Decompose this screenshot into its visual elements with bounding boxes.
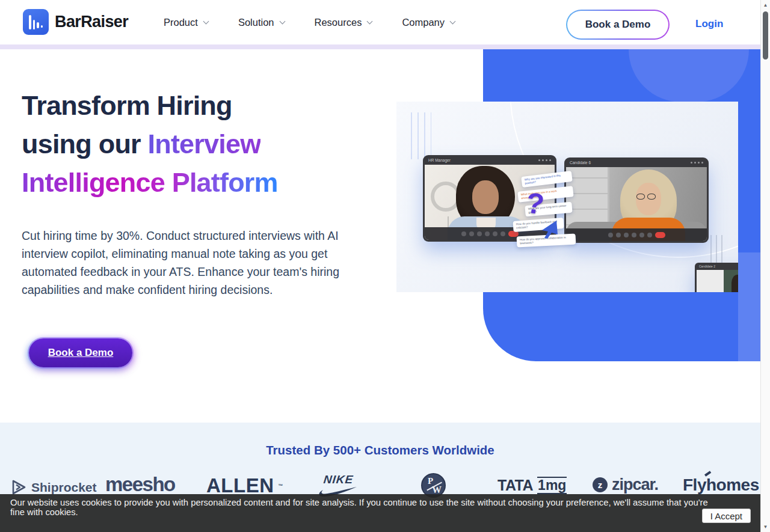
logo-meesho: meesho	[105, 473, 175, 496]
window-controls-icons	[538, 159, 551, 161]
hero-image: HR Manager	[396, 102, 738, 292]
scrollbar-thumb[interactable]	[763, 11, 768, 60]
window-controls-icons	[691, 162, 703, 164]
nav-label: Product	[164, 17, 198, 28]
page-title: Transform Hiring using our Interview Int…	[22, 87, 278, 202]
scroll-down-icon[interactable]: ▼	[761, 524, 770, 530]
nav-item-solution[interactable]: Solution	[238, 17, 285, 28]
logo-shiprocket: Shiprocket	[11, 479, 97, 495]
call-controls	[566, 228, 707, 241]
brand-logo[interactable]: BarRaiser	[23, 9, 128, 35]
nav-label: Solution	[238, 17, 274, 28]
barraiser-logo-icon	[23, 9, 49, 35]
book-demo-button-hero[interactable]: Book a Demo	[29, 338, 132, 367]
page: BarRaiser Product Solution Resources Com…	[0, 0, 770, 532]
participant-face	[472, 180, 499, 214]
logo-zipcar: z zipcar.	[593, 475, 658, 494]
video-window-candidate-2: Candidate 2	[695, 263, 738, 292]
shiprocket-icon	[11, 479, 27, 495]
nav-label: Company	[402, 17, 445, 28]
scrollbar[interactable]: ▲ ▼	[760, 0, 770, 532]
book-demo-button-header[interactable]: Book a Demo	[566, 10, 670, 40]
nav-item-company[interactable]: Company	[402, 17, 455, 28]
login-link[interactable]: Login	[695, 18, 723, 30]
window-title: Candidate 2	[699, 264, 715, 268]
hero-section: Transform Hiring using our Interview Int…	[0, 49, 760, 423]
glasses	[636, 194, 661, 200]
chevron-down-icon	[367, 18, 373, 24]
window-title: Candidate 6	[570, 161, 591, 165]
logo-tata-1mg: TATA 1mg	[497, 477, 567, 494]
lavender-divider	[0, 44, 760, 49]
hang-up-button-icon	[655, 232, 665, 238]
zipcar-icon: z	[593, 477, 608, 492]
nav-item-resources[interactable]: Resources	[315, 17, 372, 28]
stripe-decoration	[710, 235, 726, 263]
main-nav: Product Solution Resources Company	[164, 0, 455, 44]
logo-flyhomes: Flyhomes	[683, 475, 759, 495]
chevron-down-icon	[203, 18, 209, 24]
cursor-arrow-icon	[538, 218, 560, 240]
header: BarRaiser Product Solution Resources Com…	[0, 0, 760, 44]
chevron-down-icon	[450, 18, 456, 24]
cookie-banner: Our website uses cookies to provide you …	[0, 494, 760, 532]
participant-silhouette	[732, 275, 738, 292]
nav-label: Resources	[315, 17, 362, 28]
video-window-candidate-6: Candidate 6	[564, 157, 709, 243]
window-title: HR Manager	[428, 158, 451, 162]
logo-nike: NIKE	[318, 473, 357, 497]
brand-name: BarRaiser	[55, 13, 128, 31]
scroll-up-icon[interactable]: ▲	[761, 2, 770, 8]
stripe-decoration	[411, 112, 431, 159]
cookie-accept-button[interactable]: I Accept	[702, 509, 751, 523]
cookie-message: Our website uses cookies to provide you …	[10, 498, 714, 517]
chevron-down-icon	[279, 18, 285, 24]
hero-description: Cut hiring time by 30%. Conduct structur…	[22, 227, 369, 299]
nav-item-product[interactable]: Product	[164, 17, 208, 28]
blue-dome-decoration	[629, 49, 749, 102]
trusted-heading: Trusted By 500+ Customers Worldwide	[0, 443, 760, 457]
blue-band-decoration	[738, 252, 760, 361]
